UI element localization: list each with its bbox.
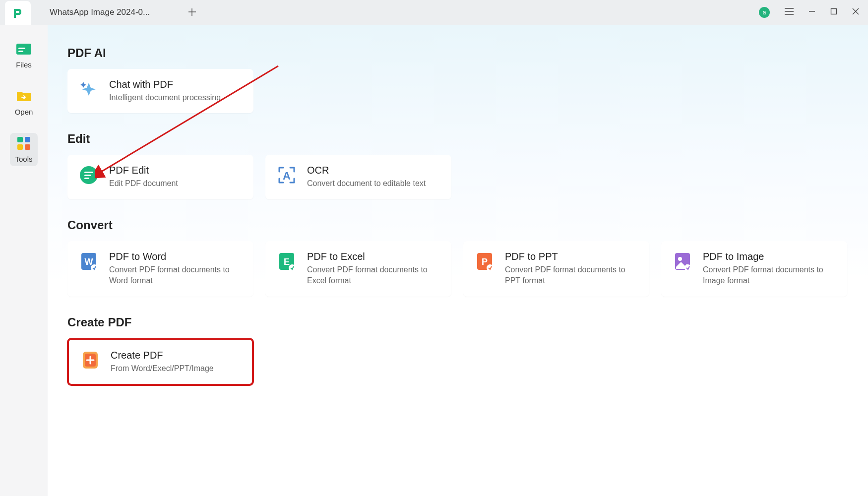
svg-rect-5 bbox=[25, 137, 30, 142]
card-title: PDF Edit bbox=[109, 165, 178, 176]
excel-doc-icon: E bbox=[276, 251, 297, 272]
card-pdf-to-ppt[interactable]: P PDF to PPT Convert PDF format document… bbox=[463, 241, 649, 297]
titlebar: WhatsApp Image 2024-0... a bbox=[0, 0, 868, 25]
sidebar-tools-label: Tools bbox=[15, 155, 32, 163]
card-desc: Convert PDF format documents to PPT form… bbox=[505, 264, 639, 287]
card-desc: Convert PDF format documents to Image fo… bbox=[703, 264, 837, 287]
svg-text:P: P bbox=[482, 257, 488, 267]
card-title: Chat with PDF bbox=[109, 79, 221, 90]
card-desc: Convert document to editable text bbox=[307, 178, 426, 189]
open-folder-icon bbox=[15, 89, 32, 104]
svg-rect-4 bbox=[17, 137, 23, 142]
files-icon bbox=[15, 42, 32, 57]
card-desc: Convert PDF format documents to Word for… bbox=[109, 264, 244, 287]
card-pdf-to-image[interactable]: PDF to Image Convert PDF format document… bbox=[661, 241, 847, 297]
svg-rect-6 bbox=[17, 144, 23, 150]
card-title: Create PDF bbox=[111, 350, 214, 361]
maximize-button[interactable] bbox=[830, 8, 837, 17]
word-doc-icon: W bbox=[78, 251, 99, 272]
ocr-icon: A bbox=[276, 165, 297, 186]
svg-text:E: E bbox=[284, 257, 290, 267]
card-create-pdf[interactable]: Create PDF From Word/Execl/PPT/Image bbox=[67, 338, 253, 385]
svg-point-24 bbox=[678, 257, 682, 261]
pdf-edit-icon bbox=[78, 165, 99, 186]
sidebar-item-tools[interactable]: Tools bbox=[10, 133, 37, 166]
card-title: PDF to Excel bbox=[307, 251, 441, 262]
card-pdf-edit[interactable]: PDF Edit Edit PDF document bbox=[67, 155, 253, 199]
card-desc: Intelligent document processing bbox=[109, 92, 221, 103]
app-logo-tab[interactable] bbox=[5, 1, 31, 25]
sidebar-open-label: Open bbox=[15, 108, 33, 116]
menu-button[interactable] bbox=[785, 8, 794, 17]
card-pdf-to-word[interactable]: W PDF to Word Convert PDF format documen… bbox=[67, 241, 253, 297]
card-title: PDF to PPT bbox=[505, 251, 639, 262]
maximize-icon bbox=[830, 8, 837, 15]
svg-rect-11 bbox=[84, 175, 91, 176]
card-title: PDF to Word bbox=[109, 251, 244, 262]
user-avatar[interactable]: a bbox=[759, 7, 770, 18]
section-title-edit: Edit bbox=[67, 132, 868, 146]
svg-text:A: A bbox=[283, 170, 291, 182]
document-tab[interactable]: WhatsApp Image 2024-0... bbox=[45, 0, 155, 25]
image-doc-icon bbox=[672, 251, 693, 272]
new-tab-button[interactable] bbox=[185, 5, 200, 20]
ppt-doc-icon: P bbox=[474, 251, 495, 272]
svg-point-22 bbox=[487, 264, 494, 271]
svg-rect-12 bbox=[84, 178, 89, 179]
sidebar-files-label: Files bbox=[16, 61, 32, 69]
svg-point-16 bbox=[91, 264, 98, 271]
svg-rect-7 bbox=[25, 144, 30, 150]
app-logo-icon bbox=[11, 6, 24, 19]
svg-rect-3 bbox=[18, 51, 23, 52]
card-title: PDF to Image bbox=[703, 251, 837, 262]
sidebar: Files Open Tools bbox=[0, 25, 48, 496]
card-pdf-to-excel[interactable]: E PDF to Excel Convert PDF format docume… bbox=[265, 241, 451, 297]
hamburger-icon bbox=[785, 8, 794, 15]
svg-rect-0 bbox=[831, 9, 837, 14]
svg-point-19 bbox=[289, 264, 296, 271]
card-ocr[interactable]: A OCR Convert document to editable text bbox=[265, 155, 451, 199]
close-button[interactable] bbox=[852, 8, 859, 17]
card-desc: From Word/Execl/PPT/Image bbox=[111, 363, 214, 374]
svg-rect-10 bbox=[84, 172, 93, 173]
card-desc: Convert PDF format documents to Excel fo… bbox=[307, 264, 441, 287]
sidebar-item-files[interactable]: Files bbox=[10, 39, 37, 72]
card-title: OCR bbox=[307, 165, 426, 176]
minimize-button[interactable] bbox=[808, 8, 815, 17]
card-desc: Edit PDF document bbox=[109, 178, 178, 189]
plus-icon bbox=[188, 8, 196, 16]
section-title-pdf-ai: PDF AI bbox=[67, 46, 868, 60]
minimize-icon bbox=[808, 8, 815, 15]
create-pdf-icon bbox=[80, 350, 101, 371]
main-content: PDF AI Chat with PDF Intelligent documen… bbox=[48, 25, 868, 496]
svg-rect-2 bbox=[18, 48, 25, 49]
svg-point-25 bbox=[684, 264, 691, 271]
sparkle-ai-icon bbox=[78, 79, 99, 100]
card-chat-with-pdf[interactable]: Chat with PDF Intelligent document proce… bbox=[67, 69, 253, 113]
section-title-convert: Convert bbox=[67, 218, 868, 232]
section-title-create-pdf: Create PDF bbox=[67, 315, 868, 329]
sidebar-item-open[interactable]: Open bbox=[10, 86, 38, 119]
tools-grid-icon bbox=[16, 136, 31, 151]
svg-text:W: W bbox=[85, 257, 93, 267]
close-icon bbox=[852, 8, 859, 15]
